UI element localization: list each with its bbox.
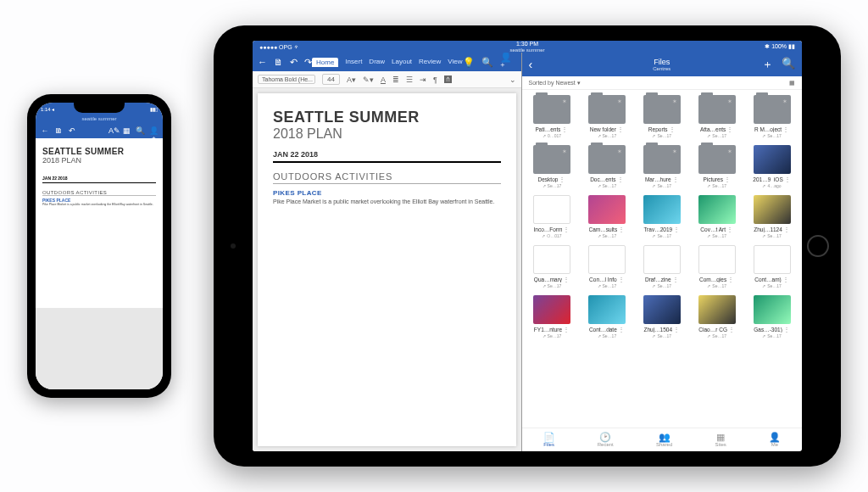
file-more-icon[interactable]: ⋮ bbox=[672, 276, 679, 283]
file-more-icon[interactable]: ⋮ bbox=[782, 126, 789, 133]
file-item[interactable]: Com…gies⋮Se…17 bbox=[690, 245, 743, 292]
file-more-icon[interactable]: ⋮ bbox=[673, 326, 680, 333]
file-item[interactable]: Draf…zine⋮Se…17 bbox=[635, 245, 688, 292]
file-item[interactable]: 201…9_iOS⋮4…ago bbox=[745, 145, 798, 192]
file-name: Pictures bbox=[703, 176, 722, 182]
file-more-icon[interactable]: ⋮ bbox=[618, 226, 625, 233]
numbering-icon[interactable]: ☰ bbox=[406, 75, 413, 84]
ribbon-tab-home[interactable]: Home bbox=[312, 58, 338, 67]
font-size-selector[interactable]: 44 bbox=[322, 74, 340, 85]
file-more-icon[interactable]: ⋮ bbox=[782, 276, 789, 283]
file-item[interactable]: ✶Atta…ents⋮Se…17 bbox=[690, 95, 743, 142]
file-item[interactable]: FY1…nture⋮Se…17 bbox=[526, 295, 579, 342]
file-more-icon[interactable]: ⋮ bbox=[563, 276, 570, 283]
share-icon[interactable]: 👤⁺ bbox=[500, 53, 516, 71]
file-more-icon[interactable]: ⋮ bbox=[728, 326, 735, 333]
file-meta: Se…17 bbox=[707, 183, 726, 188]
file-more-icon[interactable]: ⋮ bbox=[617, 126, 624, 133]
share-icon[interactable]: 👤⁺ bbox=[149, 126, 158, 135]
file-more-icon[interactable]: ⋮ bbox=[561, 126, 568, 133]
file-item[interactable]: ✶New folder⋮Se…17 bbox=[580, 95, 633, 142]
bottom-tab-recent[interactable]: 🕑Recent bbox=[598, 433, 614, 447]
file-item[interactable]: Zhuj…1124⋮Se…17 bbox=[745, 195, 798, 242]
file-item[interactable]: Zhuj…1504⋮Se…17 bbox=[635, 295, 688, 342]
view-toggle-icon[interactable]: ▦ bbox=[789, 80, 795, 87]
file-more-icon[interactable]: ⋮ bbox=[618, 276, 625, 283]
file-more-icon[interactable]: ⋮ bbox=[563, 226, 570, 233]
file-item[interactable]: ✶R M…oject⋮Se…17 bbox=[745, 95, 798, 142]
back-icon[interactable]: ← bbox=[41, 126, 49, 135]
file-more-icon[interactable]: ⋮ bbox=[559, 176, 565, 183]
underline-icon[interactable]: A bbox=[381, 75, 386, 84]
ribbon-tab-review[interactable]: Review bbox=[419, 58, 441, 67]
file-item[interactable]: Gas…-301)⋮Se…17 bbox=[745, 295, 798, 342]
bullets-icon[interactable]: ≣ bbox=[392, 75, 399, 84]
file-item[interactable]: ✶Doc…ents⋮Se…17 bbox=[580, 145, 633, 192]
ribbon-tab-view[interactable]: View bbox=[448, 58, 462, 67]
ribbon-tab-layout[interactable]: Layout bbox=[392, 58, 412, 67]
file-item[interactable]: Cont…am)⋮Se…17 bbox=[745, 245, 798, 292]
sort-selector[interactable]: Sorted by Newest ▾ bbox=[529, 80, 581, 87]
font-color-icon[interactable]: A▾ bbox=[347, 75, 356, 84]
file-item[interactable]: Cam…sults⋮Se…17 bbox=[580, 195, 633, 242]
file-more-icon[interactable]: ⋮ bbox=[669, 126, 676, 133]
back-icon[interactable]: ‹ bbox=[529, 58, 533, 71]
paragraph-icon[interactable]: ¶ bbox=[433, 75, 437, 84]
undo-icon[interactable]: ↶ bbox=[290, 58, 298, 67]
styles-icon[interactable]: 🅰 bbox=[444, 75, 452, 84]
file-item[interactable]: Qua…mary⋮Se…17 bbox=[526, 245, 579, 292]
search-icon[interactable]: 🔍 bbox=[782, 57, 795, 72]
bottom-tab-shared[interactable]: 👥Shared bbox=[656, 433, 672, 447]
file-item[interactable]: ✶Reports⋮Se…17 bbox=[635, 95, 688, 142]
undo-icon[interactable]: ↶ bbox=[68, 126, 76, 135]
file-item[interactable]: Con…l Info⋮Se…17 bbox=[580, 245, 633, 292]
document-page[interactable]: SEATTLE SUMMER 2018 PLAN JAN 22 2018 OUT… bbox=[258, 93, 516, 446]
file-item[interactable]: Trav…2019⋮Se…17 bbox=[635, 195, 688, 242]
file-item[interactable]: ✶Mar…hure⋮Se…17 bbox=[635, 145, 688, 192]
tell-me-icon[interactable]: 💡 bbox=[463, 58, 475, 67]
file-meta: Se…17 bbox=[652, 133, 671, 138]
file-icon[interactable]: 🗎 bbox=[274, 58, 283, 67]
file-item[interactable]: Cov…t Art⋮Se…17 bbox=[690, 195, 743, 242]
file-meta: Se…17 bbox=[762, 283, 782, 288]
file-item[interactable]: Ciao…r CG⋮Se…17 bbox=[690, 295, 743, 342]
files-grid-scroll[interactable]: ✶Pati…ents⋮0…017✶New folder⋮Se…17✶Report… bbox=[522, 90, 802, 428]
file-item[interactable]: Cont…date⋮Se…17 bbox=[580, 295, 633, 342]
file-more-icon[interactable]: ⋮ bbox=[726, 126, 733, 133]
file-more-icon[interactable]: ⋮ bbox=[563, 326, 570, 333]
redo-icon[interactable]: ↷ bbox=[304, 58, 312, 67]
highlight-icon[interactable]: ✎▾ bbox=[363, 75, 374, 84]
search-icon[interactable]: 🔍 bbox=[481, 58, 493, 67]
doc-scroll[interactable]: SEATTLE SUMMER 2018 PLAN JAN 22 2018 OUT… bbox=[253, 88, 521, 451]
text-style-icon[interactable]: A✎ bbox=[108, 126, 117, 135]
file-more-icon[interactable]: ⋮ bbox=[617, 176, 624, 183]
file-more-icon[interactable]: ⋮ bbox=[726, 226, 733, 233]
file-icon[interactable]: 🗎 bbox=[54, 126, 63, 135]
file-more-icon[interactable]: ⋮ bbox=[724, 176, 731, 183]
file-item[interactable]: ✶Pati…ents⋮0…017 bbox=[526, 95, 579, 142]
file-item[interactable]: ✶Desktop⋮Se…17 bbox=[526, 145, 579, 192]
layout-icon[interactable]: ▦ bbox=[122, 126, 131, 135]
bottom-tab-files[interactable]: 📄Files bbox=[543, 433, 555, 447]
bottom-tab-sites[interactable]: ▦Sites bbox=[715, 433, 726, 447]
add-icon[interactable]: ＋ bbox=[762, 57, 773, 72]
file-item[interactable]: Inco…Form⋮O…017 bbox=[526, 195, 579, 242]
file-more-icon[interactable]: ⋮ bbox=[673, 226, 680, 233]
expand-ribbon-icon[interactable]: ⌄ bbox=[509, 75, 516, 84]
file-more-icon[interactable]: ⋮ bbox=[727, 276, 734, 283]
file-more-icon[interactable]: ⋮ bbox=[783, 326, 790, 333]
file-more-icon[interactable]: ⋮ bbox=[672, 176, 679, 183]
back-icon[interactable]: ← bbox=[258, 58, 267, 67]
ribbon-tab-draw[interactable]: Draw bbox=[369, 58, 385, 67]
ribbon-tab-insert[interactable]: Insert bbox=[345, 58, 362, 67]
bottom-tab-me[interactable]: 👤Me bbox=[769, 433, 781, 447]
phone-document[interactable]: SEATTLE SUMMER 2018 PLAN JAN 22 2018 OUT… bbox=[36, 138, 163, 308]
file-more-icon[interactable]: ⋮ bbox=[618, 326, 625, 333]
file-more-icon[interactable]: ⋮ bbox=[783, 226, 790, 233]
home-button[interactable] bbox=[807, 235, 829, 257]
file-item[interactable]: ✶Pictures⋮Se…17 bbox=[690, 145, 743, 192]
search-icon[interactable]: 🔍 bbox=[136, 126, 144, 135]
indent-icon[interactable]: ⇥ bbox=[420, 75, 426, 84]
font-selector[interactable]: Tahoma Bold (He... bbox=[258, 75, 315, 84]
file-more-icon[interactable]: ⋮ bbox=[784, 176, 791, 183]
